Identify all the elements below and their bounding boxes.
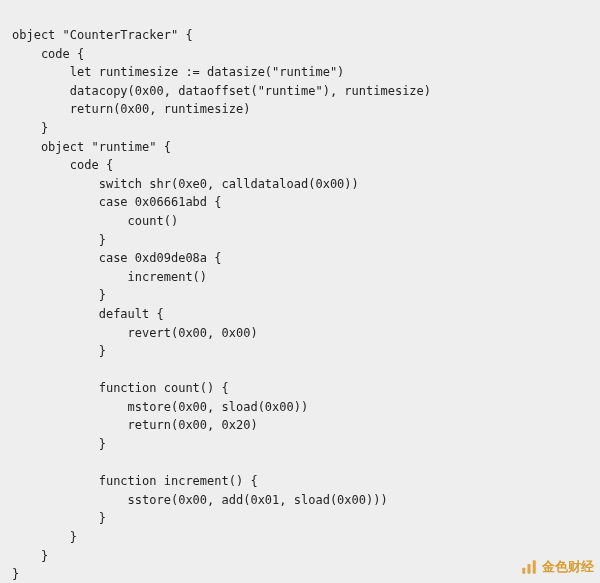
svg-rect-0 [522, 568, 525, 574]
code-block: object "CounterTracker" { code { let run… [0, 12, 600, 583]
watermark-icon [520, 558, 538, 576]
code-text: object "CounterTracker" { code { let run… [12, 28, 431, 581]
svg-rect-1 [528, 564, 531, 574]
watermark-text: 金色财经 [542, 557, 594, 577]
watermark-badge: 金色财经 [520, 557, 594, 577]
svg-rect-2 [533, 560, 536, 574]
